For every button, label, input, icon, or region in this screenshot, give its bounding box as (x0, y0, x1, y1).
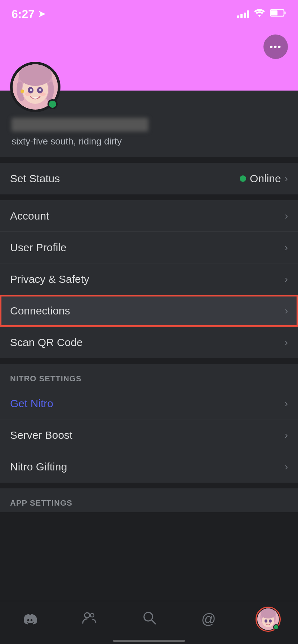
search-icon (141, 610, 157, 629)
svg-point-11 (25, 92, 31, 96)
nitro-settings-header: NITRO SETTINGS (0, 364, 298, 388)
set-status-section: Set Status Online › (0, 163, 298, 194)
nav-search[interactable] (131, 605, 167, 634)
account-row[interactable]: Account › (0, 200, 298, 232)
server-boost-label: Server Boost (10, 429, 72, 441)
chevron-icon: › (285, 273, 288, 285)
app-settings-section: APP SETTINGS (0, 488, 298, 512)
time-display: 6:27 (12, 8, 35, 21)
online-indicator (240, 175, 246, 182)
section-divider-3 (0, 358, 298, 364)
profile-avatar-nav (257, 608, 279, 630)
chevron-icon: › (285, 429, 288, 441)
chevron-icon: › (285, 242, 288, 253)
friends-icon (81, 610, 97, 629)
svg-point-21 (261, 608, 276, 618)
connections-label: Connections (10, 305, 70, 317)
more-options-button[interactable]: ••• (263, 34, 288, 59)
online-status-dot (48, 99, 58, 109)
home-indicator (113, 640, 185, 642)
account-label: Account (10, 210, 49, 222)
chevron-icon: › (285, 337, 288, 348)
username-blurred (12, 118, 148, 132)
svg-rect-2 (271, 10, 277, 15)
get-nitro-row[interactable]: Get Nitro › (0, 388, 298, 419)
user-settings-section: Account › User Profile › Privacy & Safet… (0, 200, 298, 358)
status-text: Online (250, 172, 281, 185)
battery-icon (270, 9, 286, 19)
location-icon: ➤ (38, 9, 45, 19)
privacy-safety-label: Privacy & Safety (10, 273, 89, 285)
svg-point-14 (85, 613, 90, 618)
section-divider-1 (0, 157, 298, 163)
avatar-container (10, 62, 60, 112)
avatar-ring (10, 62, 60, 112)
bottom-navigation: @ (0, 601, 298, 644)
chevron-icon: › (285, 305, 288, 317)
user-profile-label: User Profile (10, 242, 67, 254)
nitro-gifting-row[interactable]: Nitro Gifting › (0, 451, 298, 483)
server-boost-row[interactable]: Server Boost › (0, 419, 298, 451)
section-divider-4 (0, 483, 298, 488)
set-status-label: Set Status (10, 172, 60, 185)
svg-point-23 (269, 619, 272, 622)
nitro-gifting-label: Nitro Gifting (10, 461, 67, 473)
nav-profile[interactable] (250, 605, 286, 634)
profile-nav-online-dot (273, 624, 279, 630)
svg-line-17 (152, 620, 155, 624)
connections-row[interactable]: Connections › (0, 295, 298, 327)
chevron-icon: › (285, 173, 288, 184)
chevron-icon: › (285, 398, 288, 409)
svg-point-13 (21, 89, 24, 93)
status-bar: 6:27 ➤ (0, 0, 298, 26)
svg-point-15 (90, 613, 94, 617)
nav-friends[interactable] (71, 605, 107, 634)
user-bio: sixty-five south, riding dirty (12, 136, 288, 147)
profile-info-section: sixty-five south, riding dirty (0, 91, 298, 157)
status-icons (237, 9, 286, 19)
get-nitro-label: Get Nitro (10, 397, 53, 410)
nav-home[interactable] (12, 605, 48, 634)
svg-point-6 (19, 64, 52, 86)
user-profile-row[interactable]: User Profile › (0, 232, 298, 263)
mentions-icon: @ (201, 611, 216, 627)
scan-qr-row[interactable]: Scan QR Code › (0, 327, 298, 358)
discord-home-icon (22, 610, 38, 629)
wifi-icon (254, 9, 265, 19)
nav-mentions[interactable]: @ (191, 605, 227, 634)
app-settings-header: APP SETTINGS (0, 488, 298, 512)
nitro-settings-section: NITRO SETTINGS Get Nitro › Server Boost … (0, 364, 298, 483)
svg-point-22 (265, 619, 267, 622)
privacy-safety-row[interactable]: Privacy & Safety › (0, 263, 298, 295)
svg-rect-1 (284, 12, 286, 14)
chevron-icon: › (285, 210, 288, 222)
svg-point-9 (30, 89, 32, 91)
status-value: Online › (240, 172, 288, 185)
section-divider-2 (0, 194, 298, 200)
status-time: 6:27 ➤ (12, 8, 45, 21)
svg-point-10 (39, 89, 41, 91)
scan-qr-label: Scan QR Code (10, 336, 83, 349)
chevron-icon: › (285, 461, 288, 473)
svg-point-12 (40, 92, 46, 96)
more-dots-icon: ••• (270, 41, 281, 52)
signal-bars-icon (237, 10, 249, 18)
set-status-row[interactable]: Set Status Online › (0, 163, 298, 194)
